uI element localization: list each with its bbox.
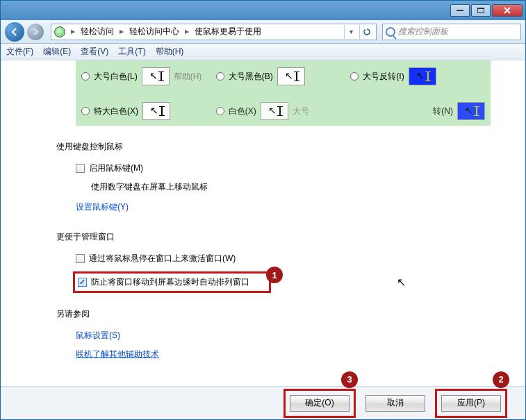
cursor-option-large-black[interactable]: 大号黑色(B) ↖ <box>216 67 351 85</box>
cursor-option-xl-white[interactable]: 特大白色(X) ↖ <box>81 102 216 120</box>
ghost-label: 大号 <box>293 106 309 117</box>
cursor-scheme-panel: 大号白色(L) ↖ 帮助(H) 大号黑色(B) ↖ 大号反转(I) ↖ 特大白色… <box>76 60 491 126</box>
search-placeholder: 搜索控制面板 <box>398 26 448 37</box>
nav-forward-button[interactable] <box>27 24 44 40</box>
cursor-option-label: 特大白色(X) <box>94 106 138 117</box>
breadcrumb-item[interactable]: 轻松访问中心 <box>129 26 179 37</box>
chevron-right-icon[interactable]: ▶ <box>117 28 126 35</box>
section-see-also: 另请参阅 鼠标设置(S) 联机了解其他辅助技术 <box>56 308 491 363</box>
checkbox-hover-activate[interactable]: 通过将鼠标悬停在窗口上来激活窗口(W) <box>76 253 491 264</box>
refresh-button[interactable] <box>359 25 373 39</box>
ok-button[interactable]: 确定(O) <box>290 395 350 412</box>
cursor-preview: ↖ <box>409 67 436 85</box>
menu-help[interactable]: 帮助(H) <box>156 46 184 58</box>
cursor-option-large-inverse[interactable]: 大号反转(I) ↖ <box>350 67 485 85</box>
highlight-box-3: 3 确定(O) <box>283 389 356 418</box>
minimize-button[interactable] <box>450 4 470 17</box>
section-keyboard-mouse: 使用键盘控制鼠标 启用鼠标键(M) 使用数字键盘在屏幕上移动鼠标 设置鼠标键(Y… <box>56 141 491 216</box>
cursor-preview: ↖ <box>277 67 305 85</box>
callout-3: 3 <box>341 371 358 388</box>
radio-icon <box>81 72 90 81</box>
menu-edit[interactable]: 编辑(E) <box>43 46 71 58</box>
cursor-option-inverse-partial[interactable]: 转(N) ↖ <box>350 102 485 120</box>
callout-1: 1 <box>266 267 283 283</box>
link-mouse-settings[interactable]: 鼠标设置(S) <box>76 330 120 342</box>
svg-rect-0 <box>457 10 463 11</box>
breadcrumb-item[interactable]: 使鼠标更易于使用 <box>195 26 261 37</box>
section-manage-windows: 更便于管理窗口 通过将鼠标悬停在窗口上来激活窗口(W) 防止将窗口移动到屏幕边缘… <box>56 231 491 293</box>
checkbox-label: 通过将鼠标悬停在窗口上来激活窗口(W) <box>89 253 236 264</box>
section-title: 另请参阅 <box>56 308 491 320</box>
callout-2: 2 <box>493 371 509 388</box>
forward-icon <box>32 28 39 35</box>
breadcrumb-item[interactable]: 轻松访问 <box>81 26 114 37</box>
menu-view[interactable]: 查看(V) <box>81 46 108 58</box>
radio-icon <box>216 107 224 115</box>
checkbox-icon <box>76 164 85 173</box>
radio-icon <box>216 72 224 81</box>
cursor-option-large-white[interactable]: 大号白色(L) ↖ 帮助(H) <box>81 67 216 85</box>
chevron-right-icon[interactable]: ▶ <box>68 28 78 35</box>
menubar: 文件(F) 编辑(E) 查看(V) 工具(T) 帮助(H) <box>1 44 525 60</box>
close-button[interactable] <box>492 4 523 17</box>
section-title: 使用键盘控制鼠标 <box>56 141 491 153</box>
titlebar <box>1 1 525 20</box>
dialog-footer: 3 确定(O) 取消 2 应用(P) <box>1 386 525 419</box>
cursor-option-white[interactable]: 白色(X) ↖ 大号 <box>216 102 351 120</box>
search-icon <box>386 27 395 37</box>
cancel-button[interactable]: 取消 <box>365 395 425 412</box>
nav-back-button[interactable] <box>5 22 24 42</box>
svg-rect-2 <box>477 8 484 9</box>
mousekeys-description: 使用数字键盘在屏幕上移动鼠标 <box>91 181 491 193</box>
checkbox-icon <box>76 254 85 263</box>
nav-toolbar: ▶ 轻松访问 ▶ 轻松访问中心 ▶ 使鼠标更易于使用 ▾ 搜索控制面板 <box>1 20 525 44</box>
content-area: 大号白色(L) ↖ 帮助(H) 大号黑色(B) ↖ 大号反转(I) ↖ 特大白色… <box>1 60 525 386</box>
radio-icon <box>81 107 90 115</box>
menu-tools[interactable]: 工具(T) <box>118 46 145 58</box>
cursor-preview: ↖ <box>142 67 170 85</box>
mouse-cursor-icon: ↖ <box>397 276 406 289</box>
search-input[interactable]: 搜索控制面板 <box>382 24 521 40</box>
checkbox-icon-checked[interactable] <box>78 278 87 287</box>
ghost-label: 帮助(H) <box>174 71 202 83</box>
breadcrumb-bar[interactable]: ▶ 轻松访问 ▶ 轻松访问中心 ▶ 使鼠标更易于使用 ▾ <box>51 24 377 40</box>
checkbox-enable-mousekeys[interactable]: 启用鼠标键(M) <box>76 162 491 174</box>
checkbox-label-prevent-arrange[interactable]: 防止将窗口移动到屏幕边缘时自动排列窗口 <box>91 276 249 288</box>
maximize-button[interactable] <box>471 4 491 17</box>
link-setup-mousekeys[interactable]: 设置鼠标键(Y) <box>76 201 129 213</box>
breadcrumb-dropdown[interactable]: ▾ <box>344 25 358 39</box>
cursor-option-label: 大号白色(L) <box>94 71 138 83</box>
refresh-icon <box>363 28 371 36</box>
cursor-option-label: 转(N) <box>433 106 453 117</box>
cursor-preview: ↖ <box>142 102 170 120</box>
cursor-preview: ↖ <box>457 102 485 120</box>
cursor-option-label: 大号黑色(B) <box>229 71 273 83</box>
cursor-preview: ↖ <box>261 102 288 120</box>
section-title: 更便于管理窗口 <box>56 231 491 243</box>
highlight-box-2: 2 应用(P) <box>435 389 507 418</box>
ease-of-access-icon <box>54 26 65 37</box>
link-online-assistive[interactable]: 联机了解其他辅助技术 <box>76 348 159 360</box>
chevron-right-icon[interactable]: ▶ <box>182 28 192 35</box>
checkbox-label: 启用鼠标键(M) <box>89 162 143 174</box>
apply-button[interactable]: 应用(P) <box>441 395 501 412</box>
cursor-option-label: 大号反转(I) <box>363 71 404 83</box>
back-icon <box>10 27 19 37</box>
cursor-option-label: 白色(X) <box>229 106 256 117</box>
highlight-box-1: 防止将窗口移动到屏幕边缘时自动排列窗口 <box>73 271 271 293</box>
radio-icon <box>350 72 359 81</box>
menu-file[interactable]: 文件(F) <box>6 46 33 58</box>
